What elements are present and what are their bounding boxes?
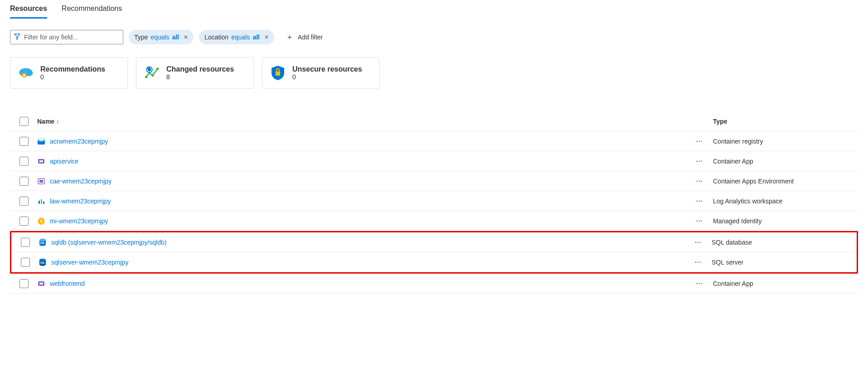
tab-recommendations[interactable]: Recommendations (62, 2, 122, 19)
sqldb-icon (39, 238, 47, 246)
pill-label: Type (134, 34, 148, 41)
name-cell: sqlserver-wmem23cepmjpy (39, 258, 684, 266)
table-row: cae-wmem23cepmjpy···Container Apps Envir… (10, 171, 858, 191)
filter-pill-type[interactable]: Type equals all ✕ (129, 30, 194, 44)
more-actions-button[interactable]: ··· (684, 239, 712, 246)
shield-lock-icon (270, 65, 286, 81)
filter-row: Type equals all ✕ Location equals all ✕ … (10, 30, 858, 44)
resource-link[interactable]: webfrontend (50, 280, 85, 287)
table-row: law-wmem23cepmjpy···Log Analytics worksp… (10, 191, 858, 211)
row-checkbox-cell (10, 175, 37, 187)
acr-icon (37, 137, 45, 145)
filter-input-wrap[interactable] (10, 30, 123, 44)
resource-link[interactable]: acrwmem23cepmjpy (50, 138, 108, 145)
more-actions-button[interactable]: ··· (686, 138, 713, 145)
row-checkbox[interactable] (19, 217, 29, 226)
type-cell: Container App (713, 158, 858, 165)
tab-resources[interactable]: Resources (10, 2, 47, 19)
sqlsrv-icon (39, 258, 47, 266)
add-filter-label: Add filter (298, 34, 323, 41)
card-count: 0 (40, 73, 105, 81)
name-cell: sqldb (sqlserver-wmem23cepmjpy/sqldb) (39, 238, 684, 246)
filter-icon (14, 34, 20, 41)
row-checkbox-cell (10, 195, 37, 207)
select-all-checkbox[interactable] (19, 117, 29, 126)
resource-link[interactable]: law-wmem23cepmjpy (50, 198, 111, 205)
name-cell: acrwmem23cepmjpy (37, 137, 686, 145)
row-checkbox[interactable] (19, 177, 29, 186)
refresh-chart-icon (144, 65, 160, 81)
row-checkbox[interactable] (19, 137, 29, 146)
type-cell: Container registry (713, 138, 858, 145)
row-checkbox[interactable] (21, 238, 30, 247)
type-cell: Managed Identity (713, 217, 858, 225)
card-changed-resources[interactable]: Changed resources 8 (136, 57, 254, 89)
filter-pill-location[interactable]: Location equals all ✕ (199, 30, 274, 44)
column-header-name[interactable]: Name↑ (37, 118, 686, 125)
name-cell: mi-wmem23cepmjpy (37, 217, 686, 225)
resource-link[interactable]: sqlserver-wmem23cepmjpy (51, 259, 128, 266)
filter-input[interactable] (23, 33, 119, 41)
cloud-badge-icon (18, 65, 34, 81)
type-cell: Container Apps Environment (713, 178, 858, 185)
table-row: mi-wmem23cepmjpy···Managed Identity (10, 211, 858, 231)
card-recommendations[interactable]: Recommendations 0 (10, 57, 128, 89)
pill-op: equals (150, 34, 169, 41)
resource-link[interactable]: sqldb (sqlserver-wmem23cepmjpy/sqldb) (51, 239, 166, 246)
type-cell: SQL server (712, 259, 857, 266)
more-actions-button[interactable]: ··· (686, 280, 713, 287)
plus-icon: ＋ (286, 34, 293, 41)
row-checkbox[interactable] (19, 197, 29, 206)
capp-icon (37, 157, 45, 165)
table-row: sqlserver-wmem23cepmjpy···SQL server (11, 252, 857, 272)
table-row: webfrontend···Container App (10, 274, 858, 294)
table-row: sqldb (sqlserver-wmem23cepmjpy/sqldb)···… (11, 232, 857, 252)
add-filter-button[interactable]: ＋ Add filter (280, 30, 329, 44)
row-checkbox[interactable] (19, 157, 29, 166)
select-all-cell (10, 116, 37, 127)
card-title: Unsecure resources (292, 65, 362, 73)
row-checkbox-cell (10, 135, 37, 147)
card-count: 0 (292, 73, 362, 81)
svg-point-24 (156, 67, 159, 70)
card-unsecure-resources[interactable]: Unsecure resources 0 (262, 57, 380, 89)
row-checkbox[interactable] (21, 258, 30, 267)
card-title: Recommendations (40, 65, 105, 73)
pill-op: equals (231, 34, 250, 41)
resource-table: Name↑ Type acrwmem23cepmjpy···Container … (10, 111, 858, 294)
row-checkbox-cell (10, 155, 37, 167)
svg-point-23 (151, 74, 154, 77)
more-actions-button[interactable]: ··· (686, 178, 713, 185)
more-actions-button[interactable]: ··· (686, 158, 713, 165)
row-checkbox[interactable] (19, 279, 29, 288)
svg-point-22 (145, 76, 147, 78)
resource-link[interactable]: mi-wmem23cepmjpy (50, 217, 108, 225)
cae-icon (37, 177, 45, 185)
column-header-type[interactable]: Type (713, 118, 858, 125)
row-checkbox-cell (10, 215, 37, 227)
row-checkbox-cell (10, 278, 37, 289)
name-cell: law-wmem23cepmjpy (37, 197, 686, 205)
resource-link[interactable]: apiservice (50, 158, 78, 165)
close-icon[interactable]: ✕ (264, 34, 269, 40)
svg-rect-26 (276, 72, 280, 76)
sort-asc-icon: ↑ (56, 119, 59, 125)
pill-val: all (252, 34, 260, 41)
pill-val: all (172, 34, 179, 41)
law-icon (37, 197, 45, 205)
type-cell: Log Analytics workspace (713, 198, 858, 205)
type-cell: Container App (713, 280, 858, 287)
more-actions-button[interactable]: ··· (684, 259, 712, 266)
row-checkbox-cell (11, 256, 39, 268)
close-icon[interactable]: ✕ (184, 34, 188, 40)
resource-link[interactable]: cae-wmem23cepmjpy (50, 178, 112, 185)
table-header: Name↑ Type (10, 111, 858, 131)
more-actions-button[interactable]: ··· (686, 217, 713, 225)
tab-bar: Resources Recommendations (10, 2, 858, 19)
more-actions-button[interactable]: ··· (686, 198, 713, 205)
name-cell: cae-wmem23cepmjpy (37, 177, 686, 185)
capp-icon (37, 279, 45, 288)
row-checkbox-cell (11, 236, 39, 248)
highlight-box: sqldb (sqlserver-wmem23cepmjpy/sqldb)···… (10, 231, 858, 274)
table-row: acrwmem23cepmjpy···Container registry (10, 131, 858, 151)
